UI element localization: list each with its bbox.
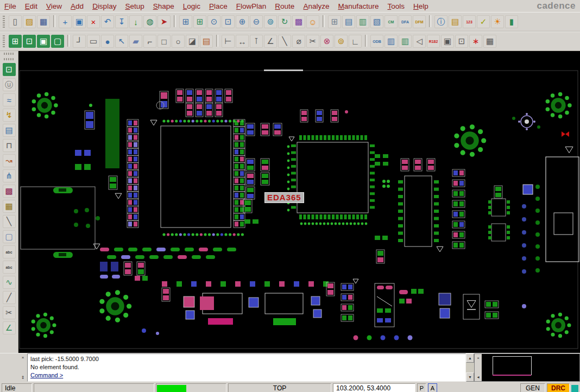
window-green-icon[interactable]: ▣ [37, 35, 50, 48]
circled-u-icon[interactable]: ⓤ [3, 78, 16, 91]
unfix-icon[interactable]: ↓ [129, 15, 142, 28]
redraw-icon[interactable]: ↻ [278, 15, 291, 28]
undo-icon[interactable]: ↶ [101, 15, 114, 28]
add-circle-icon[interactable]: ● [101, 35, 114, 48]
add-square-icon[interactable]: □ [157, 35, 171, 48]
add-frect-icon[interactable]: ▰ [129, 35, 142, 48]
design-grid-icon[interactable]: ⊞ [328, 15, 341, 28]
sidebar-grip[interactable] [4, 53, 15, 55]
dimension-icon[interactable]: ↔ [236, 35, 249, 48]
cline-icon[interactable]: ╱ [3, 291, 16, 304]
corner-tool-icon[interactable]: ∟ [349, 35, 362, 48]
scrollbar-track[interactable] [466, 363, 474, 372]
zoom-in-icon[interactable]: ⊕ [236, 15, 249, 28]
cut-tool-icon[interactable]: ✂ [306, 35, 319, 48]
menu-help[interactable]: Help [413, 2, 428, 10]
add-rect-side-icon[interactable]: ▢ [3, 230, 16, 243]
zoom-points-icon[interactable]: ⊙ [207, 15, 220, 28]
cross-section-icon[interactable]: ▥ [356, 15, 369, 28]
pattern-icon[interactable]: ▩ [3, 185, 16, 198]
verify-icon[interactable]: ✓ [477, 15, 490, 28]
view-window-rect[interactable] [493, 356, 532, 375]
scroll-down-icon[interactable]: ▼ [466, 372, 474, 382]
bars-icon[interactable]: ▮ [505, 15, 518, 28]
new-design-icon[interactable]: ▯ [9, 15, 22, 28]
diagonal-line-icon[interactable]: ╲ [278, 35, 291, 48]
measure-angle-icon[interactable]: ∠ [3, 321, 16, 334]
command-console[interactable]: last pick: -15.5000 9.7000 No element fo… [27, 353, 466, 382]
menu-file[interactable]: File [4, 2, 16, 10]
menu-view[interactable]: View [46, 2, 62, 10]
grid-snap-icon[interactable]: ⊞ [179, 15, 192, 28]
odb-export-icon[interactable]: ODB [370, 35, 383, 48]
expand-green-icon[interactable]: ▢ [51, 35, 64, 48]
r182-label-icon[interactable]: R182 [427, 35, 440, 48]
menu-display[interactable]: Display [92, 2, 116, 10]
add-arc-icon[interactable]: ⌐ [143, 35, 156, 48]
pcb-canvas[interactable]: EDA365 [18, 51, 580, 353]
shell-icon[interactable]: ☺ [306, 15, 319, 28]
menu-flowplan[interactable]: FlowPlan [236, 2, 267, 10]
menu-route[interactable]: Route [275, 2, 294, 10]
minimap-view[interactable] [482, 354, 579, 381]
menu-manufacture[interactable]: Manufacture [338, 2, 379, 10]
linear-dim-icon[interactable]: ⊺ [250, 35, 263, 48]
probe-icon[interactable]: ↯ [3, 109, 16, 122]
report-green-icon[interactable]: ▥ [399, 35, 412, 48]
add-line-side-icon[interactable]: ╲ [3, 215, 16, 228]
color192-icon[interactable]: ▩ [292, 15, 305, 28]
add-rect-icon[interactable]: ▭ [87, 35, 100, 48]
drc-status[interactable]: DRC [547, 383, 570, 392]
toolbar-grip[interactable] [3, 16, 5, 28]
console-resize-icon[interactable]: ⇕ [21, 375, 25, 380]
select-cursor-icon[interactable]: ↖ [115, 35, 128, 48]
toolbar-grip-2[interactable] [3, 35, 5, 47]
flag-tool-icon[interactable]: ▣ [441, 35, 454, 48]
minimap-close-icon[interactable]: × [477, 356, 480, 361]
angle-dim-icon[interactable]: ∠ [264, 35, 277, 48]
console-scrollbar[interactable]: ▲ ▼ [466, 353, 474, 382]
spread-icon[interactable]: ⋔ [3, 169, 16, 182]
pin-mark-icon[interactable]: ➤ [157, 15, 171, 28]
zoom-out-icon[interactable]: ⊖ [250, 15, 263, 28]
highlight-tool-icon[interactable]: ⊗ [320, 35, 333, 48]
add-ellipse-icon[interactable]: ○ [172, 35, 185, 48]
text-abc-dot-icon[interactable]: abc [3, 261, 16, 274]
console-close-icon[interactable]: × [22, 355, 24, 360]
menu-shape[interactable]: Shape [153, 2, 174, 10]
highlight-sun-icon[interactable]: ☀ [491, 15, 504, 28]
menu-tools[interactable]: Tools [387, 2, 405, 10]
fix-icon[interactable]: ↧ [115, 15, 128, 28]
freeze-net-icon[interactable]: ◍ [143, 15, 156, 28]
menu-analyze[interactable]: Analyze [303, 2, 329, 10]
copy-icon[interactable]: ▣ [73, 15, 86, 28]
add-connect-icon[interactable]: ┘ [73, 35, 86, 48]
move-icon[interactable]: + [59, 15, 72, 28]
menu-setup[interactable]: Setup [125, 2, 144, 10]
snapshot-icon[interactable]: ▤ [3, 124, 16, 137]
audit-left-icon[interactable]: ◁ [413, 35, 426, 48]
info-icon[interactable]: ⓘ [434, 15, 447, 28]
a-button[interactable]: A [428, 383, 437, 392]
sidebar-grip-2[interactable] [4, 58, 15, 60]
matrix-tool-icon[interactable]: ▦ [483, 35, 496, 48]
stub-icon[interactable]: ⊓ [3, 139, 16, 152]
layers-icon[interactable]: ▤ [342, 15, 355, 28]
open-design-icon[interactable]: ▨ [23, 15, 36, 28]
menu-place[interactable]: Place [209, 2, 228, 10]
cm-check-icon[interactable]: CM [384, 15, 398, 28]
shadow-mode-icon[interactable]: ▧ [370, 15, 383, 28]
route-path-icon[interactable]: ↝ [3, 154, 16, 167]
dfa-check-icon[interactable]: DFA [399, 15, 412, 28]
zoom-world-icon[interactable]: ⊚ [264, 15, 277, 28]
scroll-up-icon[interactable]: ▲ [466, 353, 474, 363]
add-slot-icon[interactable]: ◪ [186, 35, 199, 48]
menu-logic[interactable]: Logic [183, 2, 200, 10]
properties-icon[interactable]: ▤ [449, 15, 462, 28]
zoom-area-icon[interactable]: ⊡ [3, 63, 16, 76]
origin-green-icon[interactable]: ⊡ [23, 35, 36, 48]
trim-icon[interactable]: ✂ [3, 306, 16, 319]
command-prompt[interactable]: Command > [30, 371, 463, 380]
grid-display-icon[interactable]: ⊞ [193, 15, 206, 28]
circle-tap-icon[interactable]: ⊚ [335, 35, 348, 48]
